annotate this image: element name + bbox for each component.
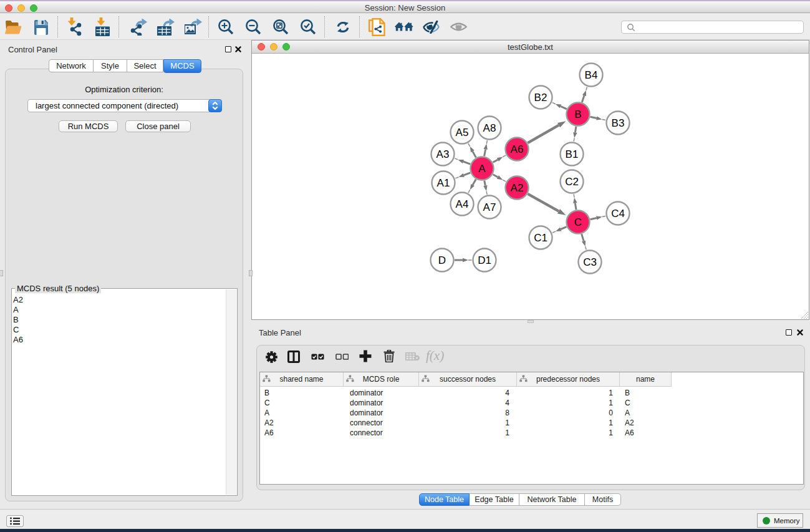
svg-text:D1: D1 [478, 254, 491, 266]
svg-text:C1: C1 [534, 232, 547, 244]
svg-text:B2: B2 [534, 92, 547, 104]
svg-text:B4: B4 [585, 69, 598, 81]
svg-text:C: C [574, 216, 582, 228]
svg-text:C4: C4 [611, 208, 625, 220]
svg-text:B1: B1 [566, 148, 579, 160]
svg-text:A7: A7 [483, 201, 496, 213]
svg-text:C3: C3 [583, 256, 597, 268]
svg-text:A4: A4 [456, 198, 469, 210]
svg-text:D: D [438, 254, 446, 266]
svg-text:B: B [574, 109, 581, 120]
svg-text:A8: A8 [483, 122, 496, 134]
svg-text:B3: B3 [612, 117, 625, 129]
svg-text:A: A [478, 163, 486, 175]
svg-text:A2: A2 [511, 182, 524, 194]
svg-text:A5: A5 [456, 127, 469, 138]
svg-text:A1: A1 [437, 177, 450, 189]
svg-text:A6: A6 [511, 143, 524, 155]
svg-text:C2: C2 [565, 176, 579, 188]
svg-text:A3: A3 [436, 148, 450, 160]
